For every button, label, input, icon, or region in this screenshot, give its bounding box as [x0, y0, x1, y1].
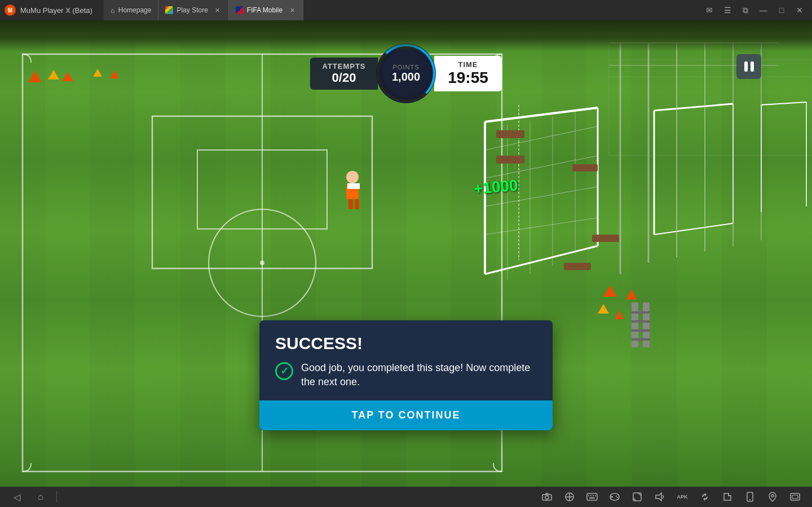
camera-button[interactable]	[537, 488, 557, 505]
dialog-message: Good job, you completed this stage! Now …	[301, 361, 537, 389]
hud-overlay: ATTEMPTS 0/20 POINTS 1,000 TIME 19:55	[310, 45, 502, 102]
hud-attempts: ATTEMPTS 0/20	[310, 58, 378, 90]
floating-points-text: +1000	[473, 177, 519, 199]
apk-button[interactable]: APK	[672, 488, 692, 505]
location-button[interactable]	[762, 488, 783, 505]
svg-point-80	[749, 499, 751, 500]
svg-point-75	[616, 496, 617, 497]
svg-rect-70	[593, 495, 594, 496]
pause-icon	[744, 61, 754, 72]
fifa-icon	[236, 6, 244, 14]
keyboard-button[interactable]	[582, 488, 602, 505]
hud-time: TIME 19:55	[434, 56, 502, 91]
svg-rect-71	[595, 495, 596, 496]
volume-button[interactable]	[650, 488, 670, 505]
hud-points-circle: POINTS 1,000	[378, 45, 434, 102]
restore-button[interactable]: ⧉	[738, 2, 753, 18]
game-area[interactable]: +1000 ATTEMPTS 0/20 POINTS 1,000 TIME 19…	[0, 20, 812, 487]
app-title: MuMu Player X (Beta)	[20, 6, 92, 15]
titlebar: M MuMu Player X (Beta) ⌂ Homepage Play S…	[0, 0, 812, 20]
files-button[interactable]	[717, 488, 738, 505]
email-button[interactable]: ✉	[701, 2, 717, 18]
svg-point-81	[771, 495, 774, 497]
dialog-body: SUCCESS! ✓ Good job, you completed this …	[259, 320, 553, 400]
back-button[interactable]: ◁	[7, 488, 27, 505]
home-button[interactable]: ⌂	[30, 488, 51, 505]
screenshot-button[interactable]	[785, 488, 805, 505]
pause-button[interactable]	[736, 54, 761, 79]
close-button[interactable]: ✕	[792, 2, 807, 18]
tab-homepage[interactable]: ⌂ Homepage	[104, 0, 159, 20]
cursor-button[interactable]	[559, 488, 580, 505]
gamepad-button[interactable]	[604, 488, 625, 505]
tab-fifa[interactable]: FIFA Mobile ✕	[229, 0, 303, 20]
menu-button[interactable]: ☰	[720, 2, 735, 18]
app-icon: M	[5, 5, 16, 16]
pause-bar-left	[744, 61, 748, 72]
checkmark-icon: ✓	[275, 362, 293, 380]
attempts-value: 0/20	[321, 70, 367, 85]
home-icon: ⌂	[111, 6, 115, 15]
taskbar-right-controls: APK	[537, 488, 805, 505]
rotate-button[interactable]	[695, 488, 715, 505]
svg-point-76	[617, 497, 618, 498]
pause-bar-right	[751, 61, 754, 72]
tap-to-continue-button[interactable]: TAP TO CONTINUE	[259, 400, 553, 430]
time-value: 19:55	[445, 69, 491, 87]
svg-rect-67	[587, 493, 597, 500]
svg-rect-68	[588, 495, 589, 496]
tab-playstore-label: Play Store	[176, 6, 208, 14]
fence-background	[0, 20, 812, 51]
playstore-icon	[165, 6, 173, 14]
dialog-message-row: ✓ Good job, you completed this stage! No…	[275, 361, 537, 389]
tab-playstore[interactable]: Play Store ✕	[158, 0, 228, 20]
svg-rect-72	[589, 497, 595, 499]
attempts-label: ATTEMPTS	[321, 62, 367, 70]
svg-point-63	[545, 496, 549, 499]
dialog-title: SUCCESS!	[275, 334, 537, 353]
phone-button[interactable]	[740, 488, 760, 505]
points-value: 1,000	[392, 70, 420, 83]
close-fifa-icon[interactable]: ✕	[288, 6, 296, 14]
close-playstore-icon[interactable]: ✕	[214, 6, 222, 14]
tab-homepage-label: Homepage	[118, 6, 152, 14]
window-controls: ✉ ☰ ⧉ — □ ✕	[701, 2, 812, 18]
svg-rect-83	[792, 495, 798, 499]
svg-rect-69	[590, 495, 592, 496]
resize-button[interactable]	[627, 488, 647, 505]
success-dialog: SUCCESS! ✓ Good job, you completed this …	[259, 320, 553, 430]
minimize-button[interactable]: —	[756, 2, 771, 18]
svg-marker-78	[656, 493, 661, 501]
tab-fifa-label: FIFA Mobile	[247, 6, 283, 14]
points-label: POINTS	[393, 64, 420, 70]
maximize-button[interactable]: □	[774, 2, 789, 18]
time-label: TIME	[445, 60, 491, 69]
taskbar-separator-1	[56, 491, 57, 502]
taskbar: ◁ ⌂ APK	[0, 487, 812, 507]
